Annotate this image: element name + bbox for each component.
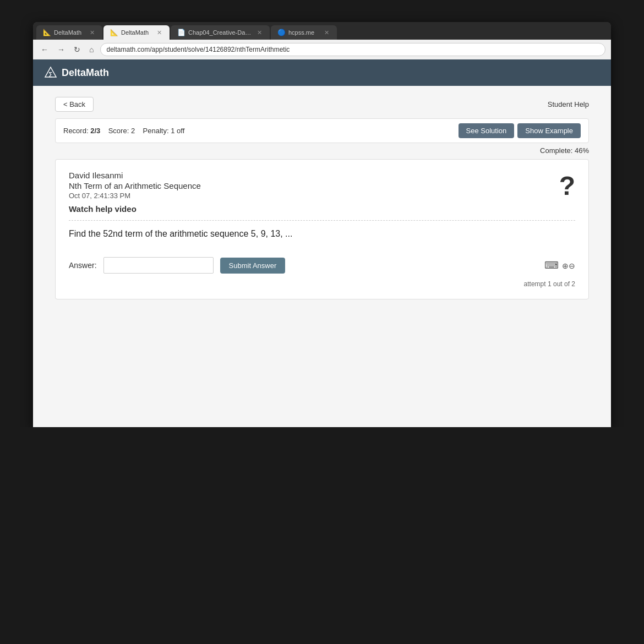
forward-nav-button[interactable]: → [55,44,67,55]
record-bar: Record: 2/3 Score: 2 Penalty: 1 off See … [55,118,589,143]
card-divider [69,220,575,221]
answer-row: Answer: Submit Answer [69,257,575,274]
tab-label-3: Chap04_Creative-Davidllesanmi [188,29,253,36]
record-label: Record: [63,127,89,135]
watch-help-link[interactable]: Watch help video [69,204,575,214]
tab-favicon-4: 🔵 [277,29,285,36]
complete-percentage: Complete: 46% [55,146,589,155]
tab-close-3[interactable]: ✕ [256,29,263,36]
plus-minus-icon[interactable] [562,260,575,271]
back-button[interactable]: < Back [55,97,94,112]
question-card: ? David Ilesanmi Nth Term of an Arithmet… [55,159,589,299]
laptop-bottom-bezel [0,427,644,537]
penalty-label: Penalty: [143,127,169,135]
browser-tab-2[interactable]: 📐 DeltaMath ✕ [103,25,170,40]
tab-label-4: hcpss.me [288,29,320,36]
deltamath-logo-icon: ∑ [44,66,57,79]
show-example-button[interactable]: Show Example [517,123,581,138]
svg-text:∑: ∑ [48,71,52,78]
topic-title: Nth Term of an Arithmetic Sequence [69,181,575,190]
score-label: Score: [108,127,129,135]
app-logo: ∑ DeltaMath [44,66,109,79]
home-button[interactable]: ⌂ [87,44,96,55]
top-bar: < Back Student Help [55,97,589,112]
keyboard-icon[interactable] [544,259,559,271]
answer-tools [544,259,575,271]
timestamp: Oct 07, 2:41:33 PM [69,192,575,200]
attempt-info: attempt 1 out of 2 [69,280,575,288]
address-bar[interactable] [100,43,605,56]
browser-tab-3[interactable]: 📄 Chap04_Creative-Davidllesanmi ✕ [171,25,270,40]
tab-favicon-1: 📐 [43,29,51,36]
record-info: Record: 2/3 Score: 2 Penalty: 1 off [63,127,184,135]
penalty-value: 1 off [171,127,184,135]
tab-close-4[interactable]: ✕ [323,29,330,36]
tab-favicon-2: 📐 [110,29,118,36]
student-help-link[interactable]: Student Help [548,100,589,108]
help-question-icon[interactable]: ? [559,171,575,201]
tab-close-1[interactable]: ✕ [89,29,96,36]
browser-tab-1[interactable]: 📐 DeltaMath ✕ [36,25,102,40]
tab-favicon-3: 📄 [177,29,185,36]
answer-label: Answer: [69,261,97,270]
app-content: < Back Student Help Record: 2/3 Score: 2… [33,86,611,427]
tab-label-1: DeltaMath [54,29,85,36]
score-value: 2 [131,127,135,135]
record-value: 2/3 [90,127,100,135]
app-header: ∑ DeltaMath [33,59,611,86]
back-nav-button[interactable]: ← [39,44,51,55]
app-logo-text: DeltaMath [62,67,109,79]
action-buttons: See Solution Show Example [459,123,581,138]
student-name: David Ilesanmi [69,171,575,180]
question-text: Find the 52nd term of the arithmetic seq… [69,227,575,241]
tab-close-2[interactable]: ✕ [156,29,163,36]
browser-window: 📐 DeltaMath ✕ 📐 DeltaMath ✕ 📄 Chap04_Cre… [33,22,611,427]
tab-label-2: DeltaMath [121,29,152,36]
browser-toolbar: ← → ↻ ⌂ [33,40,611,59]
browser-tab-4[interactable]: 🔵 hcpss.me ✕ [271,25,337,40]
see-solution-button[interactable]: See Solution [459,123,515,138]
answer-input[interactable] [103,257,214,274]
refresh-button[interactable]: ↻ [72,44,83,55]
browser-tabs: 📐 DeltaMath ✕ 📐 DeltaMath ✕ 📄 Chap04_Cre… [33,22,611,40]
submit-answer-button[interactable]: Submit Answer [220,258,286,274]
